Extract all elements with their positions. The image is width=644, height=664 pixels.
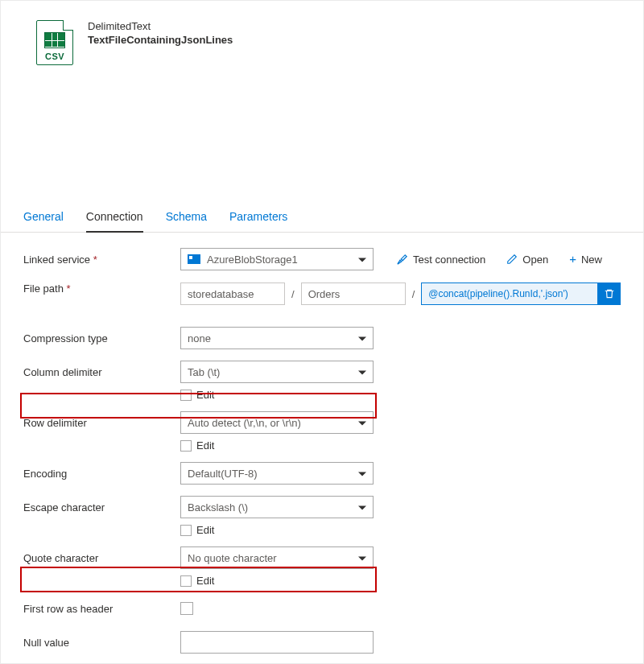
label-row-delimiter: Row delimiter (23, 417, 180, 429)
escape-character-edit-label: Edit (196, 524, 214, 536)
plus-icon: + (569, 254, 576, 265)
file-path-container-input[interactable]: storedatabase (180, 283, 285, 305)
column-delimiter-edit-checkbox[interactable] (180, 390, 192, 401)
label-first-row-header: First row as header (23, 603, 180, 615)
label-compression-type: Compression type (23, 332, 180, 344)
dataset-name: TextFileContainingJsonLines (88, 34, 233, 46)
pencil-icon (506, 254, 518, 265)
tab-parameters[interactable]: Parameters (229, 210, 287, 232)
quote-character-dropdown[interactable]: No quote character (180, 546, 374, 569)
chevron-down-icon (358, 258, 366, 262)
tab-general[interactable]: General (23, 210, 64, 232)
chevron-down-icon (358, 422, 366, 426)
csv-file-icon: CSV (36, 20, 73, 65)
escape-character-edit-checkbox[interactable] (180, 525, 192, 536)
delete-filename-button[interactable] (598, 283, 621, 305)
label-file-path: File path (23, 283, 180, 295)
quote-character-edit-label: Edit (196, 575, 214, 587)
chevron-down-icon (358, 472, 366, 476)
row-delimiter-edit-label: Edit (196, 439, 214, 452)
label-linked-service: Linked service (23, 254, 180, 266)
path-separator: / (285, 288, 301, 300)
new-button[interactable]: + New (569, 254, 602, 266)
null-value-input[interactable] (180, 631, 374, 654)
quote-character-edit-checkbox[interactable] (180, 575, 192, 587)
column-delimiter-edit-label: Edit (196, 389, 214, 401)
label-column-delimiter: Column delimiter (23, 366, 180, 378)
column-delimiter-dropdown[interactable]: Tab (\t) (180, 361, 374, 383)
tab-connection[interactable]: Connection (86, 210, 143, 233)
storage-icon (188, 254, 200, 264)
path-separator: / (406, 288, 422, 300)
dataset-header: CSV DelimitedText TextFileContainingJson… (1, 1, 643, 65)
chevron-down-icon (358, 371, 366, 375)
row-delimiter-edit-checkbox[interactable] (180, 440, 192, 452)
linked-service-dropdown[interactable]: AzureBlobStorage1 (180, 248, 374, 270)
tab-schema[interactable]: Schema (166, 210, 207, 232)
dataset-type: DelimitedText (88, 20, 233, 32)
linked-service-value: AzureBlobStorage1 (207, 254, 298, 266)
file-path-filename-input[interactable]: @concat(pipeline().RunId,'.json') (421, 283, 598, 305)
escape-character-dropdown[interactable]: Backslash (\) (180, 496, 374, 518)
label-encoding: Encoding (23, 468, 180, 480)
label-null-value: Null value (23, 637, 180, 649)
first-row-header-checkbox[interactable] (180, 602, 193, 615)
encoding-dropdown[interactable]: Default(UTF-8) (180, 462, 374, 485)
compression-type-dropdown[interactable]: none (180, 327, 374, 349)
label-escape-character: Escape character (23, 501, 180, 513)
trash-icon (604, 288, 615, 299)
file-path-directory-input[interactable]: Orders (301, 283, 406, 305)
tab-bar: General Connection Schema Parameters (1, 210, 643, 233)
chevron-down-icon (358, 337, 366, 341)
row-delimiter-dropdown[interactable]: Auto detect (\r,\n, or \r\n) (180, 411, 374, 434)
chevron-down-icon (358, 506, 366, 510)
test-connection-button[interactable]: Test connection (396, 254, 485, 266)
test-connection-icon (396, 254, 408, 266)
open-button[interactable]: Open (506, 254, 548, 266)
chevron-down-icon (358, 557, 366, 561)
label-quote-character: Quote character (23, 552, 180, 564)
